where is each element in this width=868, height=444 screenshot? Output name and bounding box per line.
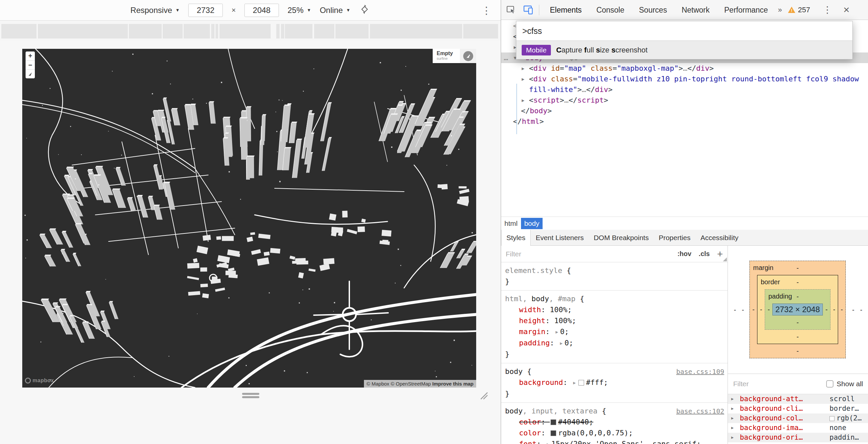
dom-tree-row[interactable]: </html> [501, 116, 868, 127]
viewport-corner-resize-grip[interactable] [479, 390, 488, 400]
css-declaration[interactable]: color: #404040; [505, 416, 724, 427]
devtools-tab-console[interactable]: Console [589, 0, 631, 20]
expand-property-icon[interactable]: ▶ [731, 394, 734, 404]
media-query-segment[interactable] [335, 24, 369, 38]
dom-row-overflow-dots[interactable]: … [504, 53, 509, 63]
map-zoom-in-button[interactable]: + [26, 52, 35, 60]
media-query-segment[interactable] [211, 24, 215, 38]
css-rule[interactable]: element.style {} [501, 262, 727, 291]
stylesheet-link[interactable]: base.css:109 [676, 366, 724, 377]
computed-property-row[interactable]: ▶background-ori…paddin… [728, 433, 868, 442]
dom-expand-arrow-icon[interactable]: ▶ [522, 95, 524, 105]
css-rule[interactable]: html, body, #map {width: 100%;height: 10… [501, 291, 727, 363]
box-model-margin[interactable]: margin - - - - border - - - - padding - [749, 261, 846, 358]
rotate-viewport-icon[interactable] [359, 4, 370, 17]
sidebar-tab-styles[interactable]: Styles [501, 230, 531, 246]
padding-bottom-value[interactable]: - [772, 315, 823, 329]
dom-tree-row[interactable]: </body> [501, 105, 868, 116]
padding-right-value[interactable]: - [823, 304, 830, 315]
breadcrumb-body[interactable]: body [521, 218, 543, 229]
toggle-device-toolbar-icon[interactable] [521, 3, 536, 17]
media-query-segment[interactable] [1, 24, 36, 38]
toggle-classes-button[interactable]: .cls [699, 250, 710, 258]
expand-property-icon[interactable]: ▶ [731, 413, 734, 423]
emulated-page-map[interactable]: + − Empty surfine mapbox [22, 49, 476, 387]
devtools-tab-network[interactable]: Network [674, 0, 717, 20]
media-query-segment[interactable] [216, 24, 218, 38]
dom-expand-arrow-icon[interactable]: ▶ [522, 63, 524, 74]
computed-property-row[interactable]: ▶background-cli…border… [728, 404, 868, 413]
media-query-segment[interactable] [463, 24, 498, 38]
media-query-segment[interactable] [163, 24, 183, 38]
css-declaration[interactable]: color: rgba(0,0,0,0.75); [505, 427, 724, 438]
css-declaration[interactable]: width: 100%; [505, 304, 724, 315]
expand-property-icon[interactable]: ▶ [731, 423, 734, 433]
expand-property-icon[interactable]: ▶ [731, 433, 734, 442]
breadcrumb-html[interactable]: html [501, 218, 521, 229]
box-model-content-size[interactable]: 2732 × 2048 [772, 304, 823, 315]
color-swatch[interactable] [551, 431, 556, 436]
media-query-segment[interactable] [276, 24, 280, 38]
margin-right-value[interactable]: - [838, 275, 845, 344]
media-query-bar[interactable] [0, 21, 501, 40]
show-all-checkbox[interactable] [826, 380, 834, 387]
mapbox-logo[interactable]: mapbox [25, 378, 54, 384]
css-declaration[interactable]: padding: ▶0; [505, 338, 724, 349]
device-type-select[interactable]: Responsive ▼ [130, 6, 180, 15]
media-query-segment[interactable] [38, 24, 128, 38]
css-declaration[interactable]: margin: ▶0; [505, 326, 724, 338]
zoom-select[interactable]: 25% ▼ [287, 6, 311, 15]
devtools-close-icon[interactable]: × [838, 4, 855, 16]
improve-map-link[interactable]: Improve this map [432, 381, 473, 386]
expand-shorthand-icon[interactable]: ▶ [556, 326, 558, 338]
device-toolbar-options-icon[interactable]: ⋮ [482, 5, 491, 16]
new-style-rule-button[interactable]: + [717, 251, 723, 257]
dom-tree-row[interactable]: ▶<script>…</script> [501, 95, 868, 105]
css-rule[interactable]: base.css:102body, input, textarea {color… [501, 403, 727, 444]
map-zoom-out-button[interactable]: − [26, 60, 35, 69]
sidebar-tab-dom-breakpoints[interactable]: DOM Breakpoints [589, 230, 654, 245]
command-palette-input[interactable]: >cfss [516, 21, 852, 41]
position-right-value2[interactable]: - [852, 306, 855, 314]
border-bottom-value[interactable]: - [765, 330, 831, 344]
sidebar-tab-properties[interactable]: Properties [654, 230, 696, 245]
position-left-value[interactable]: - [734, 306, 736, 314]
expand-shorthand-icon[interactable]: ▶ [573, 377, 576, 388]
media-query-segment[interactable] [219, 24, 271, 38]
dom-tree-row[interactable]: ▶<div class="mobile-fullwidth z10 pin-to… [501, 74, 868, 95]
box-model-padding[interactable]: padding - - - - 2732 × 2048 [765, 289, 831, 330]
box-model-border[interactable]: border - - - - padding - - - - 2732 × 20… [757, 275, 838, 344]
toggle-hover-state-button[interactable]: :hov [677, 250, 691, 258]
sidebar-tab-event-listeners[interactable]: Event Listeners [531, 230, 589, 245]
css-rule[interactable]: base.css:109body {background: ▶#fff;} [501, 363, 727, 403]
border-right-value[interactable]: - [831, 289, 838, 330]
dom-expand-arrow-icon[interactable]: ▶ [522, 74, 524, 84]
devtools-tab-performance[interactable]: Performance [717, 0, 775, 20]
viewport-height-input[interactable] [244, 4, 279, 17]
css-declaration[interactable]: height: 100%; [505, 315, 724, 326]
expand-shorthand-icon[interactable]: ▶ [560, 338, 562, 349]
computed-filter-input[interactable]: Filter [733, 380, 826, 388]
network-throttle-select[interactable]: Online ▼ [320, 6, 350, 15]
devtools-tab-sources[interactable]: Sources [631, 0, 674, 20]
color-swatch[interactable] [579, 380, 584, 386]
computed-property-row[interactable]: ▶background-ima…none [728, 423, 868, 433]
devtools-tab-elements[interactable]: Elements [542, 0, 589, 20]
media-query-segment[interactable] [281, 24, 284, 38]
more-tabs-icon[interactable]: » [775, 6, 785, 14]
position-right-value[interactable]: - [860, 306, 862, 314]
map-locate-button[interactable] [460, 49, 476, 63]
stylesheet-link[interactable]: base.css:102 [676, 406, 724, 417]
map-style-switcher[interactable]: Empty surfine [433, 49, 476, 63]
viewport-resize-handle[interactable] [242, 393, 259, 398]
command-suggestion-row[interactable]: Mobile Capture full size screenshot [516, 41, 852, 59]
margin-left-value[interactable]: - [750, 275, 757, 344]
devtools-menu-icon[interactable]: ⋮ [817, 4, 838, 15]
styles-filter-input[interactable]: Filter [506, 250, 670, 258]
computed-property-row[interactable]: ▶background-att…scroll [728, 394, 868, 404]
expand-property-icon[interactable]: ▶ [731, 404, 734, 413]
margin-bottom-value[interactable]: - [757, 344, 838, 358]
computed-property-row[interactable]: ▶background-col…rgb(2… [728, 413, 868, 423]
color-swatch[interactable] [551, 419, 556, 425]
media-query-segment[interactable] [184, 24, 210, 38]
